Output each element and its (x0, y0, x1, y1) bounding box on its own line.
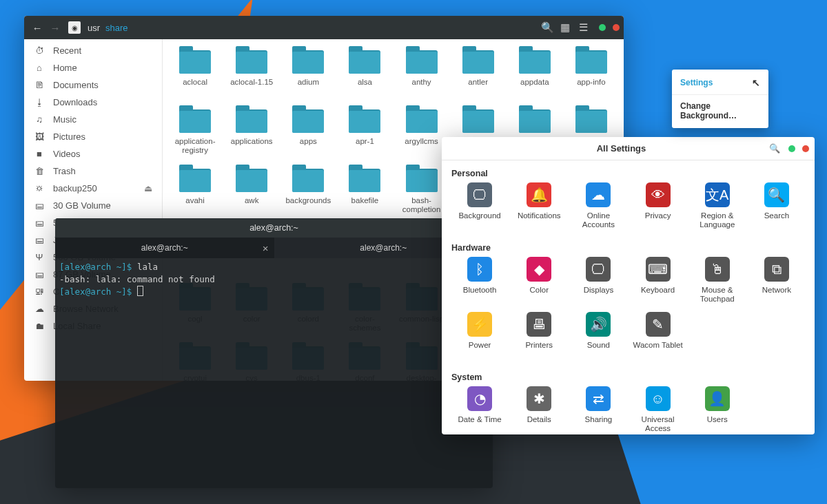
folder-anthy[interactable]: anthy (394, 48, 450, 101)
settings-item-search[interactable]: 🔍Search (748, 182, 805, 235)
sidebar-item-videos[interactable]: ■Videos (24, 145, 162, 162)
folder-icon (179, 109, 211, 133)
settings-icon: ☁ (586, 182, 611, 207)
settings-item-users[interactable]: 👤Users (689, 386, 746, 434)
settings-item-keyboard[interactable]: ⌨Keyboard (629, 257, 686, 309)
context-menu-change-background[interactable]: Change Background… (672, 96, 768, 125)
folder-antler[interactable]: antler (450, 48, 507, 101)
folder-icon (236, 50, 267, 74)
folder-label: aclocal-1.15 (230, 78, 273, 87)
sidebar-item-pictures[interactable]: 🖼Pictures (24, 128, 162, 145)
sidebar-item-recent[interactable]: ⏱Recent (24, 42, 162, 59)
breadcrumb-share[interactable]: share (105, 23, 128, 33)
sidebar-item-backup250[interactable]: ⛭backup250⏏ (24, 180, 162, 197)
window-close[interactable] (802, 145, 809, 152)
sidebar-icon: Ψ (34, 252, 45, 262)
settings-category-personal: Personal🖵Background🔔Notifications☁Online… (442, 160, 815, 235)
settings-item-online-accounts[interactable]: ☁Online Accounts (570, 182, 626, 235)
sidebar-icon: 🖴 (34, 218, 45, 228)
folder-icon (406, 109, 438, 133)
list-view-icon[interactable]: ☰ (574, 19, 592, 36)
folder-applications[interactable]: applications (223, 107, 280, 160)
settings-icon: 文A (705, 182, 730, 207)
settings-item-color[interactable]: ◆Color (511, 257, 567, 309)
sidebar-item-trash[interactable]: 🗑Trash (24, 162, 162, 180)
sidebar-item-music[interactable]: ♫Music (24, 111, 162, 128)
grid-view-icon[interactable]: ▦ (556, 19, 574, 36)
sidebar-icon: 🗑 (34, 166, 45, 176)
settings-item-label: Keyboard (641, 286, 675, 295)
terminal-title: alex@arch:~ (55, 218, 493, 238)
settings-item-universal-access[interactable]: ☺Universal Access (629, 386, 686, 434)
context-menu-settings[interactable]: Settings ↖ (672, 72, 768, 93)
settings-item-mouse-touchpad[interactable]: 🖱Mouse & Touchpad (689, 257, 746, 309)
settings-item-network[interactable]: ⧉Network (748, 257, 805, 309)
folder-aclocal-1.15[interactable]: aclocal-1.15 (223, 48, 280, 101)
folder-apps[interactable]: apps (280, 107, 336, 160)
settings-item-sound[interactable]: 🔊Sound (570, 312, 626, 364)
sidebar-item-downloads[interactable]: ⭳Downloads (24, 94, 162, 111)
settings-titlebar: All Settings 🔍 (442, 137, 815, 160)
folder-backgrounds[interactable]: backgrounds (280, 166, 336, 220)
settings-icon: ⚡ (467, 312, 492, 337)
folder-label: adium (298, 78, 319, 87)
settings-item-label: Sound (587, 341, 610, 350)
window-minimize[interactable] (788, 145, 795, 152)
folder-label: avahi (185, 196, 205, 205)
settings-item-bluetooth[interactable]: ᛒBluetooth (451, 257, 508, 309)
folder-alsa[interactable]: alsa (336, 48, 393, 101)
search-icon[interactable]: 🔍 (768, 143, 782, 154)
folder-apr-1[interactable]: apr-1 (336, 107, 393, 160)
search-icon[interactable]: 🔍 (538, 19, 556, 36)
folder-adium[interactable]: adium (280, 48, 336, 101)
folder-icon (349, 169, 380, 192)
folder-icon (519, 50, 551, 74)
settings-item-details[interactable]: ✱Details (511, 386, 567, 434)
settings-item-privacy[interactable]: 👁Privacy (629, 182, 686, 235)
folder-label: bash-completion (396, 196, 447, 214)
settings-item-label: Printers (525, 341, 553, 350)
sidebar-icon: ■ (34, 149, 45, 159)
eject-icon[interactable]: ⏏ (144, 183, 152, 193)
settings-item-region-language[interactable]: 文ARegion & Language (689, 182, 746, 235)
sidebar-item-30-gb-volume[interactable]: 🖴30 GB Volume (24, 197, 162, 214)
settings-item-wacom-tablet[interactable]: ✎Wacom Tablet (629, 312, 686, 364)
close-icon[interactable]: × (263, 242, 269, 254)
settings-item-label: Users (707, 415, 728, 424)
settings-item-printers[interactable]: 🖶Printers (511, 312, 567, 364)
settings-item-notifications[interactable]: 🔔Notifications (511, 182, 567, 235)
folder-icon (236, 169, 267, 192)
folder-icon (236, 109, 267, 133)
back-button[interactable]: ← (28, 19, 46, 36)
breadcrumb-usr[interactable]: usr (88, 23, 100, 33)
menu-item-label: Settings (680, 78, 713, 87)
menu-separator (672, 94, 768, 95)
folder-label: argyllcms (405, 137, 438, 146)
window-minimize[interactable] (599, 24, 606, 31)
window-close[interactable] (613, 24, 620, 31)
folder-icon (292, 169, 324, 192)
folder-icon (292, 109, 324, 133)
settings-icon: ᛒ (467, 257, 492, 282)
sidebar-item-documents[interactable]: 🖹Documents (24, 76, 162, 94)
folder-bakefile[interactable]: bakefile (336, 166, 393, 220)
terminal-content[interactable]: [alex@arch ~]$ lala-bash: lala: command … (55, 258, 493, 301)
folder-avahi[interactable]: avahi (167, 166, 223, 220)
settings-item-label: Power (469, 341, 491, 350)
settings-item-displays[interactable]: 🖵Displays (570, 257, 626, 309)
folder-awk[interactable]: awk (223, 166, 280, 220)
terminal-tab-1[interactable]: alex@arch:~ × (55, 238, 274, 258)
sidebar-item-home[interactable]: ⌂Home (24, 59, 162, 76)
folder-label: alsa (358, 78, 372, 87)
folder-label: apps (300, 137, 317, 146)
settings-item-background[interactable]: 🖵Background (451, 182, 508, 235)
folder-aclocal[interactable]: aclocal (167, 48, 223, 101)
settings-item-label: Universal Access (629, 415, 686, 433)
forward-button[interactable]: → (46, 19, 64, 36)
folder-appdata[interactable]: appdata (507, 48, 563, 101)
settings-item-date-time[interactable]: ◔Date & Time (451, 386, 508, 434)
folder-application-registry[interactable]: application-registry (167, 107, 223, 160)
settings-item-power[interactable]: ⚡Power (451, 312, 508, 364)
folder-app-info[interactable]: app-info (563, 48, 620, 101)
settings-item-sharing[interactable]: ⇄Sharing (570, 386, 626, 434)
